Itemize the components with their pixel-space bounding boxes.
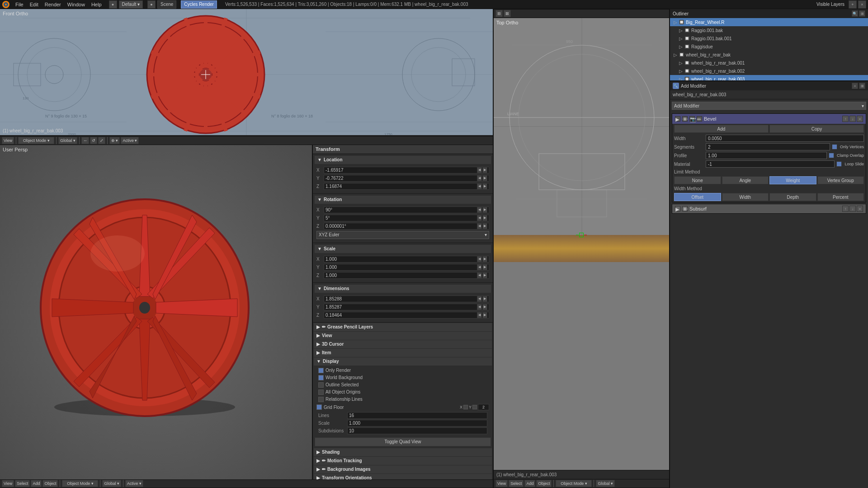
cursor-3d-header[interactable]: ▶ 3D Cursor bbox=[314, 340, 492, 348]
tb3d-add[interactable]: Add bbox=[31, 480, 42, 487]
loc-y-dec[interactable]: ◀ bbox=[477, 175, 482, 181]
menu-file[interactable]: File bbox=[13, 0, 26, 9]
shading-header[interactable]: ▶ Shading bbox=[314, 448, 492, 456]
dim-z-inc[interactable]: ▶ bbox=[482, 312, 487, 318]
motion-tracking-header[interactable]: ▶ ✏ Motion Tracking bbox=[314, 457, 492, 465]
loc-x-inc[interactable]: ▶ bbox=[482, 167, 487, 173]
grid-x-checkbox[interactable] bbox=[463, 405, 468, 409]
transform-orientations-header[interactable]: ▶ Transform Orientations bbox=[314, 474, 492, 479]
outliner-item-4[interactable]: ▷ 🔲 wheel_big_r_rear_bak bbox=[670, 51, 868, 59]
rt-object[interactable]: Object bbox=[536, 480, 552, 487]
outline-selected-check[interactable]: Outline Selected bbox=[316, 381, 490, 389]
toolbar-mode-select[interactable]: Object Mode ▾ bbox=[18, 137, 54, 144]
limit-none-btn[interactable]: None bbox=[674, 176, 721, 184]
toolbar-icon-scale[interactable]: ⤢ bbox=[98, 137, 105, 144]
mod-header-btn2[interactable]: ⊞ bbox=[859, 83, 865, 89]
relationship-lines-check[interactable]: Relationship Lines bbox=[316, 396, 490, 403]
outline-selected-checkbox[interactable] bbox=[318, 382, 324, 388]
toolbar-global-select[interactable]: Global ▾ bbox=[58, 137, 77, 144]
limit-angle-btn[interactable]: Angle bbox=[722, 176, 769, 184]
rot-z-inc[interactable]: ▶ bbox=[482, 223, 487, 229]
outliner-item-2[interactable]: ▷ 🔲 Raggio.001.bak.001 bbox=[670, 34, 868, 42]
rt-select[interactable]: Select bbox=[509, 480, 524, 487]
location-z-input[interactable]: 1.16874 ◀ ▶ bbox=[324, 183, 489, 190]
toolbar-pivot[interactable]: ⊕ ▾ bbox=[109, 137, 120, 144]
tb3d-global[interactable]: Global ▾ bbox=[102, 480, 121, 487]
rot-y-inc[interactable]: ▶ bbox=[482, 215, 487, 221]
rot-x-dec[interactable]: ◀ bbox=[477, 207, 482, 213]
outliner-item-7[interactable]: ▷ 🔲 wheel_big_r_rear_bak.003 bbox=[670, 75, 868, 81]
bevel-profile-value[interactable]: 1.00 bbox=[706, 152, 827, 159]
rt-mode[interactable]: Object Mode ▾ bbox=[556, 480, 592, 487]
rt-add[interactable]: Add bbox=[524, 480, 535, 487]
scale-value[interactable]: 1.000 bbox=[347, 420, 487, 427]
dim-x-inc[interactable]: ▶ bbox=[482, 296, 487, 302]
bevel-render-icon[interactable]: 📷 bbox=[689, 116, 695, 122]
toggle-quad-view-button[interactable]: Toggle Quad View bbox=[315, 437, 491, 446]
subsurf-vis-icon[interactable]: 👁 bbox=[682, 206, 688, 211]
loop-slide-checkbox[interactable] bbox=[836, 161, 842, 167]
mod-icon-wrench[interactable]: 🔧 bbox=[673, 83, 679, 89]
loc-y-inc[interactable]: ▶ bbox=[482, 175, 487, 181]
width-percent-btn[interactable]: Percent bbox=[817, 193, 864, 201]
tb3d-mode[interactable]: Object Mode ▾ bbox=[62, 480, 98, 487]
item-header[interactable]: ▶ Item bbox=[314, 349, 492, 357]
dim-x-input[interactable]: 1.85288 ◀ ▶ bbox=[324, 296, 489, 302]
sc-z-inc[interactable]: ▶ bbox=[482, 272, 487, 278]
location-header[interactable]: ▼ Location bbox=[315, 156, 491, 164]
display-header[interactable]: ▼ Display bbox=[314, 357, 492, 366]
tb3d-select[interactable]: Select bbox=[15, 480, 30, 487]
outliner-view-btn[interactable]: ⊞ bbox=[859, 10, 865, 17]
outliner-item-6[interactable]: ▷ 🔲 wheel_big_r_rear_bak.002 bbox=[670, 67, 868, 75]
subsurf-x[interactable]: × bbox=[857, 206, 863, 212]
sc-x-dec[interactable]: ◀ bbox=[477, 256, 482, 262]
bevel-down[interactable]: ↓ bbox=[849, 116, 856, 122]
world-bg-checkbox[interactable] bbox=[318, 375, 324, 380]
rotation-y-input[interactable]: 5° ◀ ▶ bbox=[324, 215, 489, 221]
loc-x-dec[interactable]: ◀ bbox=[477, 167, 482, 173]
rotation-x-input[interactable]: 90° ◀ ▶ bbox=[324, 206, 489, 213]
only-vertices-checkbox[interactable] bbox=[832, 144, 837, 150]
rotation-z-input[interactable]: 0.000001° ◀ ▶ bbox=[324, 223, 489, 230]
menu-window[interactable]: Window bbox=[65, 0, 88, 9]
outliner-item-0[interactable]: ▷ 🔲 Big_Rear_Wheel.R bbox=[670, 18, 868, 26]
limit-vgroup-btn[interactable]: Vertex Group bbox=[817, 176, 864, 184]
only-render-check[interactable]: Only Render bbox=[316, 367, 490, 374]
bevel-copy-btn[interactable]: Copy bbox=[769, 125, 864, 133]
outliner-search-icon[interactable]: 🔍 bbox=[852, 10, 858, 17]
header-icon-1[interactable]: ● bbox=[109, 0, 117, 9]
add-modifier-dropdown[interactable]: Add Modifier ▾ bbox=[672, 102, 866, 110]
all-origins-checkbox[interactable] bbox=[318, 389, 324, 395]
rot-z-dec[interactable]: ◀ bbox=[477, 223, 482, 229]
menu-render[interactable]: Render bbox=[42, 0, 64, 9]
clamp-overlap-checkbox[interactable] bbox=[829, 153, 834, 158]
rot-x-inc[interactable]: ▶ bbox=[482, 207, 487, 213]
tb3d-active[interactable]: Active ▾ bbox=[125, 480, 143, 487]
dim-y-dec[interactable]: ◀ bbox=[477, 304, 482, 310]
dim-y-input[interactable]: 1.85287 ◀ ▶ bbox=[324, 304, 489, 310]
menu-help[interactable]: Help bbox=[89, 0, 104, 9]
tb3d-view[interactable]: View bbox=[2, 480, 14, 487]
only-render-checkbox[interactable] bbox=[318, 368, 324, 373]
header-icon-3[interactable]: + bbox=[849, 0, 857, 9]
loc-z-dec[interactable]: ◀ bbox=[477, 183, 482, 189]
toolbar-icon-translate[interactable]: ↔ bbox=[81, 137, 89, 144]
viewport-right[interactable]: 950 LIANE Top Ortho bbox=[494, 18, 669, 470]
bevel-vis-icon[interactable]: 👁 bbox=[682, 116, 688, 122]
bevel-x[interactable]: × bbox=[857, 116, 863, 122]
header-icon-2[interactable]: ● bbox=[147, 0, 156, 9]
outliner-item-1[interactable]: ▷ 🔲 Raggio.001.bak bbox=[670, 26, 868, 34]
subsurf-down[interactable]: ↓ bbox=[849, 206, 856, 212]
lines-value[interactable]: 16 bbox=[347, 412, 487, 419]
dimensions-header[interactable]: ▼ Dimensions bbox=[315, 285, 491, 293]
bevel-width-value[interactable]: 0.0050 bbox=[706, 135, 864, 142]
grease-pencil-header[interactable]: ▶ ✏ Grease Pencil Layers bbox=[314, 323, 492, 331]
bevel-up[interactable]: ↑ bbox=[842, 116, 849, 122]
loc-z-inc[interactable]: ▶ bbox=[482, 183, 487, 189]
all-origins-check[interactable]: All Object Origins bbox=[316, 389, 490, 396]
location-x-input[interactable]: -1.65917 ◀ ▶ bbox=[324, 167, 489, 174]
rt-global[interactable]: Global ▾ bbox=[596, 480, 615, 487]
mod-header-btn1[interactable]: + bbox=[852, 83, 858, 89]
dim-y-inc[interactable]: ▶ bbox=[482, 304, 487, 310]
dim-z-dec[interactable]: ◀ bbox=[477, 312, 482, 318]
